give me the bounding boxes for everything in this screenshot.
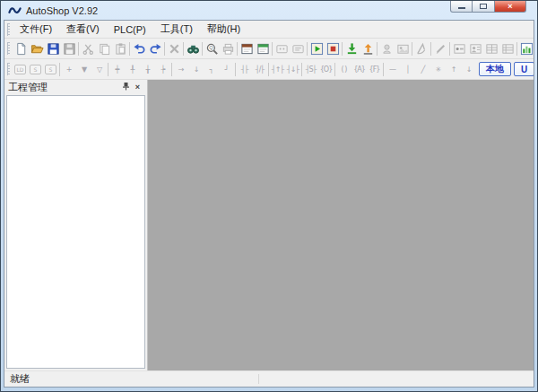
toolbar-separator [307, 42, 308, 56]
panel-close-icon[interactable]: × [132, 82, 143, 93]
ladder-toolbar: LDSS+▼▽┿╀╁┾→↓┐┘┤├┤/├┤↑├┤↓├┤S├{O}( ){A}{F… [4, 59, 534, 80]
redo-icon [149, 42, 162, 56]
toolbar-separator [449, 42, 450, 56]
function-instruction-button: {F} [367, 61, 382, 77]
delete-button [166, 39, 182, 57]
protractor-button [413, 39, 430, 57]
workspace: 工程管理 × [4, 80, 534, 370]
new-file-button[interactable] [13, 39, 29, 57]
menu-item-1[interactable]: 查看(V) [59, 21, 107, 38]
toolbar-separator [516, 42, 517, 56]
toolbar-separator [183, 42, 184, 56]
open-project-icon [30, 42, 44, 56]
cut-icon [82, 42, 95, 56]
delete-row-button: ▽ [91, 61, 107, 77]
line-right-button: → [173, 61, 188, 77]
zoom-button[interactable]: Q [204, 39, 220, 57]
menubar: 文件(F)查看(V)PLC(P)工具(T)帮助(H) [4, 21, 534, 39]
menu-item-2[interactable]: PLC(P) [107, 22, 153, 37]
project-window-button[interactable] [239, 39, 255, 57]
download-button[interactable] [343, 39, 360, 57]
edit-pen-button [432, 39, 448, 57]
upload-button[interactable] [360, 39, 376, 57]
toolbar-separator [272, 42, 273, 56]
element-table-4-button [499, 39, 516, 57]
output-window-button[interactable] [255, 39, 271, 57]
info-window-button [290, 39, 306, 57]
usb-connection-button[interactable]: U [514, 62, 534, 76]
ladder-toolbar-gripper[interactable] [7, 63, 10, 75]
close-button[interactable]: × [495, 1, 526, 13]
delete-icon [168, 42, 181, 56]
statusbar-divider [258, 374, 259, 384]
redo-button[interactable] [147, 39, 163, 57]
main-toolbar-gripper[interactable] [7, 42, 10, 55]
chart-icon [520, 42, 534, 56]
copy-button [96, 39, 112, 57]
insert-row-button: ▼ [76, 61, 91, 77]
maximize-button[interactable] [473, 1, 495, 13]
line-corner-up-button: ┘ [219, 61, 234, 77]
vertical-line-button: │ [400, 61, 415, 77]
toolbar-separator [108, 63, 108, 76]
device-view-icon [396, 42, 410, 56]
contact-rising-edge-button: ┤↑├ [270, 61, 285, 77]
device-view-button [395, 39, 411, 57]
application-instruction-button: {A} [351, 61, 367, 77]
contact-falling-edge-button: ┤↓├ [285, 61, 300, 77]
toolbar-separator [377, 42, 377, 56]
menu-item-0[interactable]: 文件(F) [13, 21, 59, 38]
stop-icon [326, 42, 340, 56]
toolbar-separator [78, 42, 79, 56]
toolbar-separator [430, 42, 431, 56]
local-connection-button[interactable]: 本地 [479, 62, 511, 76]
minimize-button[interactable] [450, 1, 473, 13]
undo-icon [133, 42, 146, 56]
zoom-icon: Q [205, 42, 219, 56]
window-controls: × [450, 1, 526, 13]
monitor-icon [380, 42, 394, 56]
message-window-button [273, 39, 290, 57]
window-title: AutoShop V2.92 [26, 5, 98, 16]
close-icon: × [508, 3, 512, 11]
toolbar-separator [164, 42, 165, 56]
monitor-button [378, 39, 395, 57]
sfc-view-button: S [30, 65, 41, 74]
coil-set-button: ┤S├ [303, 61, 318, 77]
menu-item-4[interactable]: 帮助(H) [200, 21, 247, 38]
contact-normally-closed-button: ┤/├ [252, 61, 267, 77]
info-window-icon [291, 42, 305, 56]
open-project-button[interactable] [29, 39, 45, 57]
paste-button [112, 39, 128, 57]
menubar-gripper[interactable] [7, 23, 10, 36]
output-window-icon [256, 42, 270, 56]
horizontal-line-button: — [385, 61, 400, 77]
run-button[interactable] [308, 39, 325, 57]
project-manager-header: 工程管理 × [4, 80, 147, 95]
project-manager-title: 工程管理 [8, 81, 120, 94]
find-button[interactable] [185, 39, 201, 57]
app-window: AutoShop V2.92 × 文件(F)查看(V)PLC(P)工具(T)帮助… [0, 0, 538, 392]
stop-button[interactable] [325, 39, 341, 57]
insert-cell-button: + [61, 61, 76, 77]
chart-button[interactable] [518, 39, 534, 57]
save-button[interactable] [45, 39, 61, 57]
element-table-4-icon [501, 42, 515, 56]
download-icon [345, 42, 359, 56]
toolbar-separator [342, 42, 343, 56]
toolbar-separator [202, 42, 203, 56]
toolbar-separator [412, 42, 412, 56]
menu-item-3[interactable]: 工具(T) [153, 21, 200, 38]
new-file-icon [14, 42, 28, 56]
ladder-view-button: LD [14, 65, 26, 74]
element-table-3-button [483, 39, 499, 57]
message-window-icon [275, 42, 289, 56]
save-all-icon [63, 42, 76, 56]
client-area: 文件(F)查看(V)PLC(P)工具(T)帮助(H) Q LDSS+▼▽┿╀╁┾… [4, 20, 534, 388]
toolbar-separator [301, 63, 302, 76]
undo-button[interactable] [131, 39, 147, 57]
pin-icon[interactable] [120, 82, 132, 94]
toolbar-separator [268, 63, 269, 76]
app-icon [8, 4, 22, 17]
project-tree[interactable] [6, 95, 145, 369]
